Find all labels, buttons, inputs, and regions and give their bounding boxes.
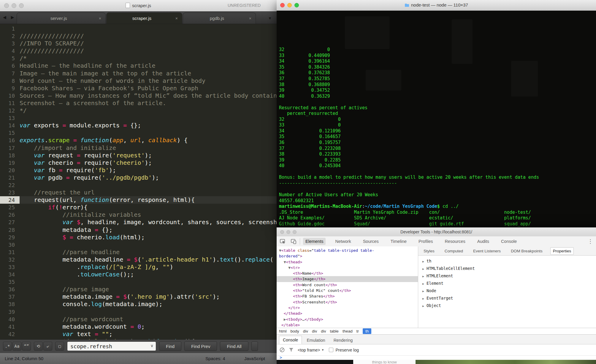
preserve-log-checkbox[interactable] xyxy=(329,348,333,352)
regex-toggle[interactable]: .* xyxy=(3,342,12,351)
code-line: 24 request(url, function(error, response… xyxy=(0,196,277,204)
terminal-line: ----------------------------------------… xyxy=(279,181,594,186)
tab-nav-arrows-icon[interactable]: ◀ ▶ xyxy=(3,15,16,20)
dom-tree-row[interactable]: <th>FB Shares</th> xyxy=(279,293,418,299)
breadcrumb-item-div[interactable]: div xyxy=(312,329,317,333)
find-all-button[interactable]: Find All xyxy=(220,341,248,351)
inspect-element-icon[interactable] xyxy=(278,238,287,245)
properties-item[interactable]: ▶Object xyxy=(422,303,596,311)
breadcrumb-item-th[interactable]: th xyxy=(363,328,371,334)
breadcrumb-item-div[interactable]: div xyxy=(303,329,308,333)
dom-tree-row[interactable]: <th>Screenshot</th> xyxy=(279,299,418,305)
devtools-title: Developer Tools - http://localhost:8081/ xyxy=(277,230,596,234)
wrap-toggle[interactable]: ⟲ xyxy=(34,342,43,351)
background-ghost xyxy=(345,16,389,49)
breadcrumb-item-div[interactable]: div xyxy=(321,329,326,333)
terminal-output[interactable]: 32 033 0.44090934 0.39616435 0.38432636 … xyxy=(277,10,596,227)
properties-item[interactable]: ▶HTMLTableCellElement xyxy=(422,266,596,273)
code-line: 25 if(!error){ xyxy=(0,204,277,211)
devtools-tab-sources[interactable]: Sources xyxy=(361,238,381,245)
close-tab-icon[interactable]: × xyxy=(99,16,101,21)
device-mode-icon[interactable] xyxy=(289,238,298,245)
breadcrumb-item-html[interactable]: html xyxy=(279,329,287,333)
devtools-tab-resources[interactable]: Resources xyxy=(442,238,467,245)
dom-tree-row[interactable]: <th>Word count</th> xyxy=(279,282,418,288)
terminal-titlebar: node-test — node — 110×37 xyxy=(277,0,596,11)
whole-word-toggle[interactable]: “” xyxy=(22,342,31,351)
code-line: 29 $ = cheerio.load(html); xyxy=(0,234,277,241)
properties-item[interactable]: ▶Node xyxy=(422,288,596,296)
breadcrumb-item-body[interactable]: body xyxy=(291,329,299,333)
more-options-icon[interactable]: ⋮ xyxy=(588,238,593,245)
in-selection-toggle[interactable]: ⤶ xyxy=(43,342,52,351)
devtools-window: Developer Tools - http://localhost:8081/… xyxy=(277,227,596,364)
breadcrumb-item-thead[interactable]: thead xyxy=(343,329,353,333)
console-drawer-tabs: ConsoleEmulationRendering xyxy=(277,335,596,344)
code-line: 38 console.log(metadata.image); xyxy=(0,300,277,308)
terminal-line: 34 0.396164 xyxy=(279,58,594,64)
devtools-tab-console[interactable]: Console xyxy=(499,238,519,245)
indent-setting-label[interactable]: Spaces: 4 xyxy=(205,356,225,361)
code-line: 36 //parse image xyxy=(0,286,277,293)
breadcrumb-item-table[interactable]: table xyxy=(330,329,339,333)
devtools-tab-network[interactable]: Network xyxy=(333,238,353,245)
properties-item[interactable]: ▶EventTarget xyxy=(422,296,596,303)
page-text-region: things to know xyxy=(353,360,416,364)
code-editor[interactable]: 1 2//////////////////3//INFO TO SCRAPE//… xyxy=(0,25,277,339)
dom-tree-row[interactable]: <th>Name</th> xyxy=(279,270,418,276)
dom-tree-row[interactable]: </thead> xyxy=(279,311,418,316)
frame-selector[interactable]: <top frame> xyxy=(298,348,320,352)
editor-tab-pgdb.js[interactable]: pgdb.js× xyxy=(183,12,256,24)
dom-tree-row[interactable]: <th>Image</th> xyxy=(277,276,418,282)
breadcrumb-item-tr[interactable]: tr xyxy=(356,329,359,333)
code-line: 35 xyxy=(0,278,277,286)
terminal-line: AJ Node Examples/ SDS Archive/ ecstatic/… xyxy=(279,215,594,221)
clear-console-icon[interactable] xyxy=(280,347,285,352)
case-sensitive-toggle[interactable]: Aa xyxy=(12,342,21,351)
find-extra-button[interactable] xyxy=(251,341,258,351)
elements-panel[interactable]: ▼<table class="table table-striped table… xyxy=(277,246,418,328)
find-prev-button[interactable]: Find Prev xyxy=(184,341,217,351)
properties-item[interactable]: ▶Element xyxy=(422,281,596,288)
sidebar-tab-styles[interactable]: Styles xyxy=(421,248,437,254)
properties-item[interactable]: ▶th xyxy=(422,259,596,266)
dom-tree-row[interactable]: bordered"> xyxy=(279,253,418,259)
sidebar-tab-properties[interactable]: Properties xyxy=(550,247,574,255)
console-prompt[interactable]: > xyxy=(277,356,596,360)
devtools-tab-elements[interactable]: Elements xyxy=(303,238,326,245)
chevron-down-icon[interactable]: ▼ xyxy=(321,348,324,352)
dom-tree-row[interactable]: ▼<thead> xyxy=(279,259,418,265)
devtools-tab-timeline[interactable]: Timeline xyxy=(388,238,409,245)
editor-tab-scraper.js[interactable]: scraper.js× xyxy=(106,12,182,24)
dom-tree-row[interactable]: ▶<tbody>…</tbody> xyxy=(279,316,418,322)
sidebar-tab-computed[interactable]: Computed xyxy=(442,248,465,254)
close-tab-icon[interactable]: × xyxy=(175,16,178,21)
dom-tree-row[interactable]: </tr> xyxy=(279,305,418,311)
dom-tree-row[interactable]: <th>"told Mic" count</th> xyxy=(279,288,418,293)
find-input[interactable] xyxy=(67,341,156,351)
sidebar-tab-dom-breakpoints[interactable]: DOM Breakpoints xyxy=(508,248,545,254)
devtools-tab-profiles[interactable]: Profiles xyxy=(416,238,435,245)
chevron-down-icon[interactable]: ∨ xyxy=(150,343,153,348)
terminal-line: 40 0.36329 xyxy=(279,94,594,99)
code-line: 28 metadata = {}; xyxy=(0,226,277,234)
tab-overflow-icon[interactable]: ▼ xyxy=(268,16,272,20)
terminal-line: Bonus: build a model to predict how many… xyxy=(279,175,594,181)
code-line: 31 //parse headline xyxy=(0,249,277,256)
filter-icon[interactable] xyxy=(289,348,294,352)
dom-tree-row[interactable]: ▼<tr> xyxy=(279,265,418,270)
highlight-matches-toggle[interactable]: ▢ xyxy=(55,342,64,351)
console-drawer-tab-rendering[interactable]: Rendering xyxy=(330,336,356,344)
syntax-label[interactable]: JavaScript xyxy=(244,356,265,361)
console-drawer-tab-console[interactable]: Console xyxy=(279,336,302,344)
close-tab-icon[interactable]: × xyxy=(249,16,251,21)
dom-tree-row[interactable]: ▼<table class="table table-striped table… xyxy=(279,248,418,253)
devtools-tab-audits[interactable]: Audits xyxy=(475,238,492,245)
find-button[interactable]: Find xyxy=(159,341,181,351)
sidebar-tab-event-listeners[interactable]: Event Listeners xyxy=(471,248,503,254)
dom-tree-row[interactable]: </table> xyxy=(279,322,418,328)
properties-item[interactable]: ▶HTMLElement xyxy=(422,273,596,281)
terminal-line: 36 0.376238 xyxy=(279,70,594,76)
console-drawer-tab-emulation[interactable]: Emulation xyxy=(303,336,329,344)
editor-tab-server.js[interactable]: server.js× xyxy=(17,12,106,24)
